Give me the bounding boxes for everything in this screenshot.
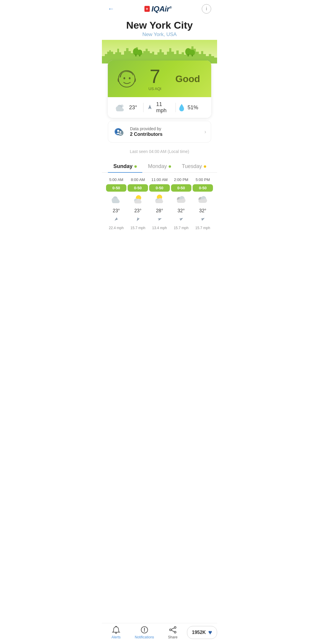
- forecast-time: 5:00 AM: [109, 177, 123, 182]
- svg-rect-4: [139, 55, 140, 56]
- temperature-value: 23°: [129, 105, 137, 111]
- forecast-wind-direction-icon: [156, 216, 163, 224]
- aqi-status: Good: [171, 74, 204, 84]
- forecast-temp: 32°: [199, 208, 206, 213]
- forecast-temp: 23°: [134, 208, 141, 213]
- forecast-col: 5:00 PM 0-50 32° 15.7 mph: [193, 177, 213, 230]
- aqi-face-icon: [115, 66, 139, 91]
- svg-point-10: [118, 71, 135, 87]
- svg-rect-36: [155, 200, 163, 203]
- humidity-icon: [178, 103, 185, 112]
- svg-rect-41: [177, 199, 185, 203]
- forecast-wind-speed: 13.4 mph: [152, 226, 167, 230]
- forecast-wind-direction-icon: [135, 216, 141, 224]
- forecast-wind-speed: 15.7 mph: [131, 226, 145, 230]
- tab-monday-dot: [169, 165, 171, 168]
- forecast-col: 8:00 AM 0-50 23° 15.7 mph: [128, 177, 148, 230]
- info-button[interactable]: i: [202, 4, 211, 14]
- tab-tuesday[interactable]: Tuesday: [177, 160, 211, 172]
- forecast-wind-direction-icon: [199, 216, 206, 224]
- aqi-status-text: Good: [171, 74, 204, 84]
- forecast-time: 2:00 PM: [174, 177, 188, 182]
- city-sub: New York, USA: [108, 32, 211, 38]
- forecast-wind-speed: 15.7 mph: [195, 226, 210, 230]
- forecast-wind-direction-icon: [178, 216, 184, 224]
- forecast-weather-icon: [153, 194, 166, 206]
- aqi-score: 7 US AQI: [139, 67, 171, 91]
- forecast-col: 11:00 AM 0-50 28° 13.4 mph: [149, 177, 170, 230]
- forecast-weather-icon: [175, 194, 188, 206]
- wind-direction-icon: [146, 103, 154, 112]
- svg-rect-16: [116, 108, 124, 111]
- skyline-illustration: [102, 40, 217, 63]
- forecast-aqi-badge: 0-50: [193, 184, 213, 192]
- forecast-wind-speed: 22.4 mph: [109, 226, 124, 230]
- city-section: New York City New York, USA: [102, 17, 217, 38]
- contributors-arrow-icon: ›: [204, 129, 206, 135]
- aqi-main-section: 7 US AQI Good: [108, 61, 211, 97]
- wind-item: 11 mph: [146, 101, 173, 114]
- svg-point-12: [129, 77, 131, 79]
- forecast-time: 8:00 AM: [131, 177, 145, 182]
- svg-marker-18: [148, 105, 152, 109]
- back-button[interactable]: ←: [108, 5, 114, 13]
- forecast-wind-speed: 15.7 mph: [174, 226, 188, 230]
- tab-tuesday-label: Tuesday: [182, 163, 202, 169]
- svg-rect-26: [112, 200, 120, 203]
- forecast-weather-icon: [110, 194, 123, 206]
- forecast-col: 2:00 PM 0-50 32° 15.7 mph: [171, 177, 191, 230]
- forecast-wind-direction-icon: [113, 216, 120, 224]
- svg-rect-46: [198, 199, 207, 203]
- svg-rect-31: [134, 200, 141, 203]
- forecast-temp: 28°: [156, 208, 163, 213]
- svg-marker-32: [136, 217, 139, 222]
- svg-rect-2: [135, 54, 136, 56]
- forecast-aqi-badge: 0-50: [128, 184, 148, 192]
- logo-cross: +: [144, 6, 150, 12]
- weather-divider: [143, 103, 144, 112]
- contributors-card[interactable]: Data provided by 2 Contributors ›: [108, 121, 211, 143]
- city-name: New York City: [108, 19, 211, 31]
- svg-point-21: [117, 130, 119, 132]
- tab-monday[interactable]: Monday: [142, 160, 177, 172]
- svg-point-17: [121, 105, 123, 107]
- forecast-temp: 32°: [178, 208, 185, 213]
- app-logo: + IQAir®: [144, 4, 172, 14]
- aqi-card: 7 US AQI Good 23° 11 mph: [108, 61, 211, 118]
- weather-row: 23° 11 mph 51%: [108, 97, 211, 118]
- logo-text: IQAir®: [152, 4, 172, 14]
- tab-sunday-dot: [134, 165, 137, 168]
- forecast-aqi-badge: 0-50: [106, 184, 126, 192]
- tab-sunday-label: Sunday: [113, 163, 133, 169]
- humidity-value: 51%: [188, 105, 198, 111]
- aqi-number: 7: [139, 67, 171, 86]
- tab-monday-label: Monday: [148, 163, 167, 169]
- svg-marker-27: [114, 217, 118, 221]
- tab-sunday[interactable]: Sunday: [108, 160, 142, 172]
- forecast-time: 11:00 AM: [152, 177, 168, 182]
- last-seen: Last seen 04:00 AM (Local time): [102, 146, 217, 159]
- forecast-grid: 5:00 AM 0-50 23° 22.4 mph 8:00 AM 0-50 2…: [102, 173, 217, 260]
- aqi-unit: US AQI: [139, 87, 171, 91]
- svg-point-11: [123, 77, 125, 79]
- tab-tuesday-dot: [204, 165, 206, 168]
- forecast-aqi-badge: 0-50: [149, 184, 170, 192]
- svg-rect-7: [188, 54, 189, 56]
- svg-marker-37: [158, 217, 162, 221]
- contributors-text: Data provided by 2 Contributors: [130, 126, 200, 137]
- svg-point-22: [120, 131, 121, 133]
- contributors-label: Data provided by: [130, 126, 200, 131]
- svg-rect-9: [192, 55, 193, 56]
- svg-marker-42: [179, 217, 184, 221]
- app-header: ← + IQAir® i: [102, 0, 217, 17]
- contributors-icon: [113, 125, 126, 138]
- weather-icon: [114, 102, 127, 113]
- temperature-item: 23°: [114, 102, 141, 113]
- forecast-weather-icon: [196, 194, 209, 206]
- forecast-weather-icon: [131, 194, 144, 206]
- weather-divider-2: [175, 103, 176, 112]
- wind-value: 11 mph: [156, 101, 173, 114]
- forecast-col: 5:00 AM 0-50 23° 22.4 mph: [106, 177, 126, 230]
- svg-marker-47: [201, 217, 205, 221]
- humidity-item: 51%: [178, 103, 205, 112]
